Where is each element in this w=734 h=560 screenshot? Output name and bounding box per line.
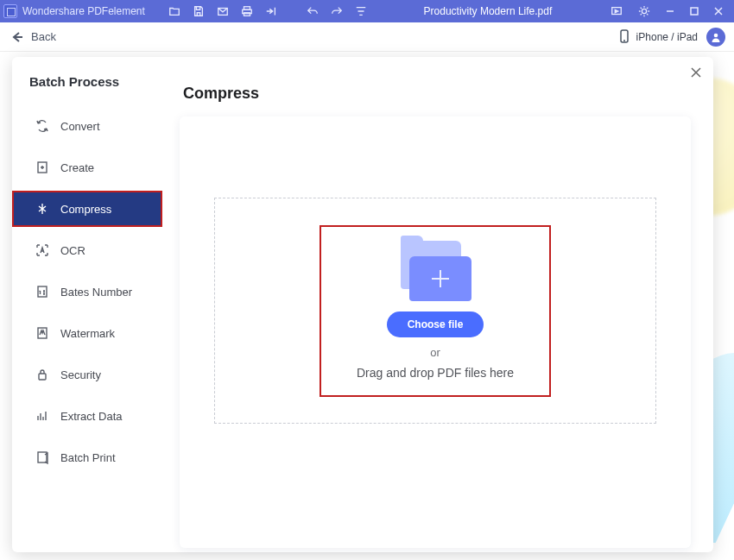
- compress-panel: Choose file or Drag and drop PDF files h…: [180, 116, 691, 548]
- convert-icon: [35, 118, 50, 134]
- sidebar-item-label: Compress: [60, 203, 111, 216]
- sidebar-item-label: Extract Data: [60, 410, 123, 423]
- filter-icon[interactable]: [352, 3, 370, 20]
- redo-icon[interactable]: [328, 3, 345, 20]
- extract-data-icon: [35, 408, 50, 424]
- folder-add-icon: [399, 241, 471, 301]
- theme-sun-icon[interactable]: [636, 3, 653, 20]
- svg-rect-6: [691, 8, 698, 15]
- batch-print-icon: [35, 450, 50, 465]
- app-name: Wondershare PDFelement: [22, 5, 145, 17]
- drop-hint: Drag and drop PDF files here: [357, 366, 514, 380]
- svg-point-5: [642, 9, 646, 13]
- svg-rect-3: [244, 13, 250, 16]
- choose-file-button[interactable]: Choose file: [387, 311, 484, 337]
- maximize-button[interactable]: [682, 3, 706, 20]
- sidebar-item-label: Watermark: [60, 327, 115, 340]
- sidebar-item-watermark[interactable]: Watermark: [12, 315, 162, 351]
- titlebar: Wondershare PDFelement Productivity Mode…: [0, 0, 734, 22]
- ocr-icon: [35, 242, 50, 258]
- compress-icon: [35, 201, 50, 217]
- share-icon[interactable]: [263, 3, 280, 20]
- svg-rect-12: [39, 374, 46, 380]
- sidebar-item-bates[interactable]: Bates Number: [12, 274, 162, 310]
- minimize-button[interactable]: [658, 3, 682, 20]
- watermark-icon: [35, 325, 50, 341]
- or-label: or: [430, 346, 440, 359]
- canvas: Batch Process Convert Create Compress OC…: [0, 52, 734, 560]
- sidebar-item-security[interactable]: Security: [12, 356, 162, 393]
- sidebar-item-label: Create: [60, 161, 94, 174]
- dropzone[interactable]: Choose file or Drag and drop PDF files h…: [214, 198, 656, 424]
- sidebar-item-batch-print[interactable]: Batch Print: [12, 439, 162, 475]
- main-title: Compress: [183, 85, 691, 103]
- sidebar-item-extract[interactable]: Extract Data: [12, 398, 162, 434]
- sidebar: Batch Process Convert Create Compress OC…: [12, 57, 162, 552]
- svg-rect-10: [38, 286, 47, 297]
- open-folder-icon[interactable]: [166, 3, 183, 20]
- mail-icon[interactable]: [214, 3, 231, 20]
- device-label[interactable]: iPhone / iPad: [636, 31, 698, 43]
- lock-icon: [35, 367, 50, 382]
- sidebar-item-label: Batch Print: [60, 451, 116, 464]
- sidebar-title: Batch Process: [12, 74, 162, 108]
- batch-process-modal: Batch Process Convert Create Compress OC…: [12, 57, 713, 552]
- sidebar-item-label: Security: [60, 368, 101, 381]
- main-area: Compress Choose file or Drag and drop PD…: [162, 57, 713, 552]
- app-logo-icon: [3, 4, 17, 18]
- svg-point-8: [714, 33, 718, 37]
- sidebar-item-label: OCR: [60, 244, 85, 257]
- sidebar-item-create[interactable]: Create: [12, 149, 162, 186]
- save-icon[interactable]: [190, 3, 207, 20]
- sidebar-item-convert[interactable]: Convert: [12, 108, 162, 144]
- sidebar-item-label: Convert: [60, 120, 100, 133]
- sidebar-item-compress[interactable]: Compress: [12, 191, 162, 227]
- bates-number-icon: [35, 284, 50, 299]
- subheader: Back iPhone / iPad: [0, 22, 734, 52]
- undo-icon[interactable]: [304, 3, 321, 20]
- close-window-button[interactable]: [706, 3, 731, 20]
- device-icon[interactable]: [617, 29, 633, 45]
- sidebar-item-ocr[interactable]: OCR: [12, 232, 162, 268]
- presentation-icon[interactable]: [608, 3, 625, 20]
- document-title: Productivity Modern Life.pdf: [373, 5, 603, 17]
- back-arrow-icon[interactable]: [9, 28, 26, 46]
- user-avatar[interactable]: [706, 28, 725, 47]
- sidebar-item-label: Bates Number: [60, 286, 132, 299]
- svg-rect-13: [38, 452, 47, 462]
- create-icon: [35, 160, 50, 175]
- back-label[interactable]: Back: [31, 30, 56, 43]
- highlight-box: Choose file or Drag and drop PDF files h…: [320, 225, 551, 397]
- print-icon[interactable]: [238, 3, 256, 20]
